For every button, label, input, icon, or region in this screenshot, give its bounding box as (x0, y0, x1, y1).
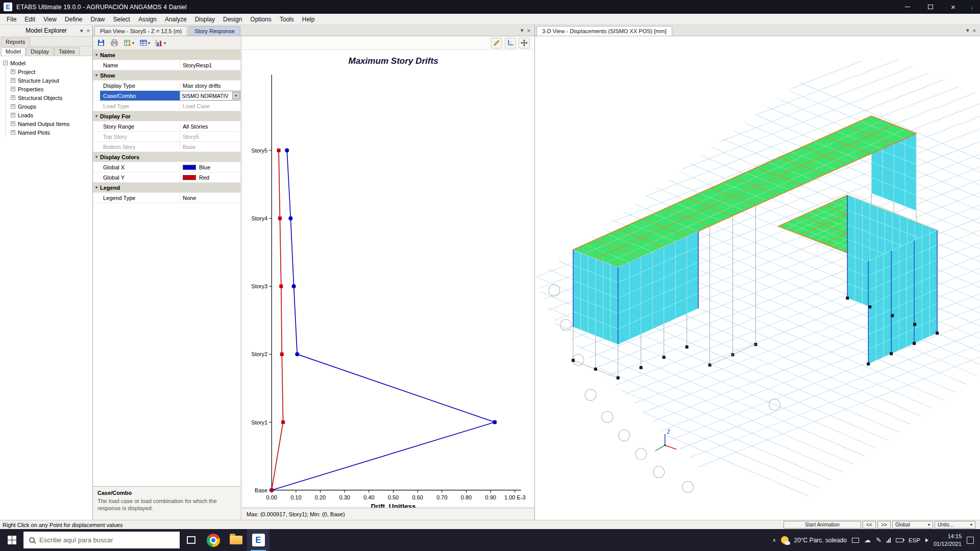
language-indicator[interactable]: ESP (909, 537, 920, 543)
3d-model-view[interactable]: Z (535, 36, 980, 520)
model-explorer-tab-model[interactable]: Model (1, 47, 26, 56)
tree-item-loads[interactable]: +Loads (11, 111, 92, 119)
menu-design[interactable]: Design (219, 15, 246, 24)
tree-item-groups[interactable]: +Groups (11, 102, 92, 111)
menu-help[interactable]: Help (298, 15, 319, 24)
property-group-show[interactable]: ▾Show (93, 70, 240, 81)
animation-next-button[interactable]: >> (877, 521, 891, 529)
property-group-display-colors[interactable]: ▾Display Colors (93, 152, 240, 162)
dropdown-arrow-icon[interactable]: ▾ (232, 92, 239, 99)
expand-icon[interactable]: + (11, 104, 15, 109)
clock[interactable]: 14:15 01/12/2021 (934, 533, 962, 547)
tree-item-named-output-items[interactable]: +Named Output Items (11, 119, 92, 128)
tree-item-structure-layout[interactable]: +Structure Layout (11, 76, 92, 85)
close-button[interactable]: × (942, 0, 965, 14)
property-global-x[interactable]: Global XBlue (93, 162, 240, 172)
taskbar-search[interactable]: Escribe aquí para buscar (23, 532, 180, 548)
print-button[interactable] (109, 38, 120, 48)
maximize-button[interactable] (919, 0, 942, 14)
tree-item-properties[interactable]: +Properties (11, 85, 92, 93)
svg-text:0.00: 0.00 (266, 494, 277, 500)
expand-icon[interactable]: + (11, 113, 15, 117)
property-top-story[interactable]: Top StoryStory5 (93, 132, 240, 142)
tree-item-model[interactable]: −Model (3, 59, 92, 67)
table-view-button[interactable]: ▾ (138, 38, 152, 48)
battery-icon[interactable] (896, 538, 903, 542)
tab-3d-view[interactable]: 3-D View - Displacements (SISMO XX POS) … (536, 26, 672, 36)
export-table-button[interactable]: ▾ (122, 38, 136, 48)
chrome-taskbar-button[interactable] (202, 529, 225, 551)
property-legend-type[interactable]: Legend TypeNone (93, 193, 240, 203)
axes-options-button[interactable] (505, 38, 516, 48)
save-button[interactable] (95, 38, 107, 48)
panel-close-icon[interactable]: × (87, 28, 90, 34)
menu-assign[interactable]: Assign (134, 15, 161, 24)
pencil-icon (493, 39, 500, 46)
tab-plan-view-story5-z-12-5-m[interactable]: Plan View - Story5 - Z = 12.5 (m) (94, 26, 187, 36)
file-explorer-button[interactable] (225, 529, 247, 551)
cloud-tray-icon[interactable]: ☁ (864, 537, 871, 543)
expand-icon[interactable]: + (11, 69, 15, 74)
tab-menu-icon[interactable]: ▾ (521, 27, 524, 34)
property-display-type[interactable]: Display TypeMax story drifts (93, 81, 240, 91)
menu-file[interactable]: File (3, 15, 20, 24)
tree-item-project[interactable]: +Project (11, 67, 92, 76)
menu-tools[interactable]: Tools (276, 15, 298, 24)
property-name[interactable]: NameStoryResp1 (93, 60, 240, 70)
menu-select[interactable]: Select (109, 15, 134, 24)
edit-pencil-button[interactable] (491, 38, 502, 48)
series-global-y[interactable] (270, 148, 285, 492)
menu-define[interactable]: Define (61, 15, 87, 24)
property-load-type[interactable]: Load TypeLoad Case (93, 101, 240, 111)
display-tray-icon[interactable] (852, 538, 859, 543)
minimize-button[interactable] (896, 0, 919, 14)
menu-options[interactable]: Options (246, 15, 275, 24)
download-icon[interactable]: ↓ (965, 0, 980, 14)
pan-move-button[interactable] (519, 38, 530, 48)
menu-analyze[interactable]: Analyze (161, 15, 191, 24)
series-global-x[interactable] (270, 148, 497, 492)
task-view-button[interactable] (180, 529, 202, 551)
property-story-range[interactable]: Story RangeAll Stories (93, 121, 240, 132)
property-bottom-story[interactable]: Bottom StoryBase (93, 142, 240, 152)
menu-view[interactable]: View (39, 15, 61, 24)
start-button[interactable] (0, 529, 23, 551)
start-animation-button[interactable]: Start Animation (783, 521, 861, 529)
global-coordsys-dropdown[interactable]: Global▾ (892, 521, 933, 529)
model-explorer-tab-tables[interactable]: Tables (54, 47, 80, 56)
expand-icon[interactable]: + (11, 130, 15, 135)
units-dropdown[interactable]: Units...▾ (935, 521, 975, 529)
tree-item-named-plots[interactable]: +Named Plots (11, 128, 92, 137)
notification-center-icon[interactable] (967, 537, 974, 544)
etabs-taskbar-button[interactable]: E (247, 529, 270, 551)
pen-tray-icon[interactable]: ✎ (876, 537, 881, 543)
tab-story-response[interactable]: Story Response (189, 26, 240, 36)
menu-edit[interactable]: Edit (20, 15, 39, 24)
weather-text[interactable]: 20°C Parc. soleado (794, 537, 847, 544)
expand-icon[interactable]: + (11, 87, 15, 91)
tree-item-structural-objects[interactable]: +Structural Objects (11, 93, 92, 102)
network-signal-icon[interactable] (887, 538, 891, 543)
model-explorer-tab-display[interactable]: Display (26, 47, 54, 56)
property-case-combo[interactable]: Case/ComboSISMO NORMATIV▾ (93, 91, 240, 101)
tab-menu-icon[interactable]: ▾ (966, 27, 969, 34)
property-group-display-for[interactable]: ▾Display For (93, 111, 240, 121)
animation-prev-button[interactable]: << (863, 521, 876, 529)
tab-close-icon[interactable]: × (973, 28, 976, 34)
tab-close-icon[interactable]: × (527, 28, 530, 34)
menu-display[interactable]: Display (191, 15, 219, 24)
chart-type-button[interactable]: ▾ (154, 38, 167, 48)
expand-icon[interactable]: + (11, 95, 15, 100)
speaker-icon[interactable] (925, 538, 928, 542)
property-group-legend[interactable]: ▾Legend (93, 183, 240, 193)
panel-menu-icon[interactable]: ▾ (80, 28, 83, 34)
collapse-icon[interactable]: − (3, 61, 8, 65)
expand-icon[interactable]: + (11, 78, 15, 83)
menu-draw[interactable]: Draw (87, 15, 109, 24)
property-global-y[interactable]: Global YRed (93, 172, 240, 183)
tray-expand-icon[interactable]: ∧ (772, 537, 776, 543)
story-drift-chart[interactable]: Maximum Story DriftsBaseStory1Story2Stor… (242, 50, 534, 508)
property-group-name[interactable]: ▾Name (93, 50, 240, 60)
expand-icon[interactable]: + (11, 121, 15, 126)
model-explorer-tab-reports[interactable]: Reports (1, 38, 30, 46)
